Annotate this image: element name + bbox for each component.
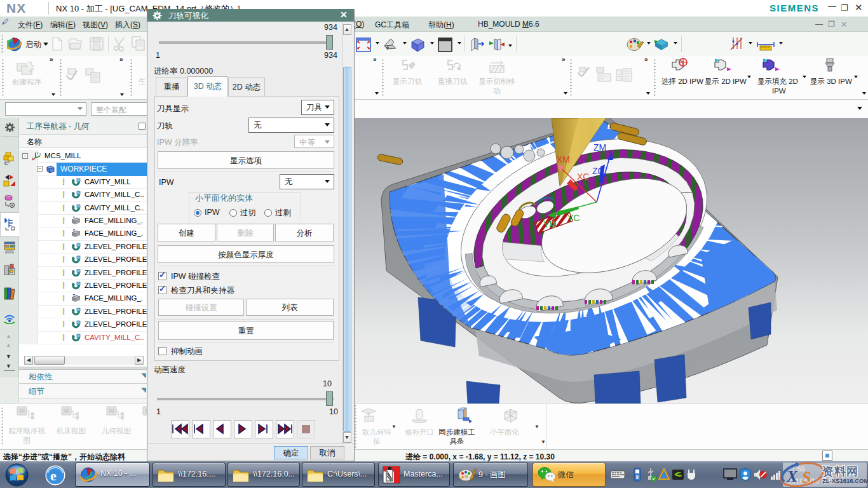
svg-text:XC: XC	[577, 172, 589, 182]
svg-text:YM: YM	[543, 219, 557, 229]
svg-text:ZC: ZC	[592, 166, 604, 176]
svg-text:ZM: ZM	[593, 142, 606, 152]
svg-text:YC: YC	[567, 213, 580, 223]
svg-text:e: e	[50, 468, 57, 484]
svg-text:S: S	[802, 468, 811, 487]
svg-text:y: y	[39, 152, 41, 156]
svg-text:z: z	[37, 151, 39, 155]
svg-text:X: X	[786, 467, 798, 485]
svg-text:XM: XM	[557, 154, 570, 165]
